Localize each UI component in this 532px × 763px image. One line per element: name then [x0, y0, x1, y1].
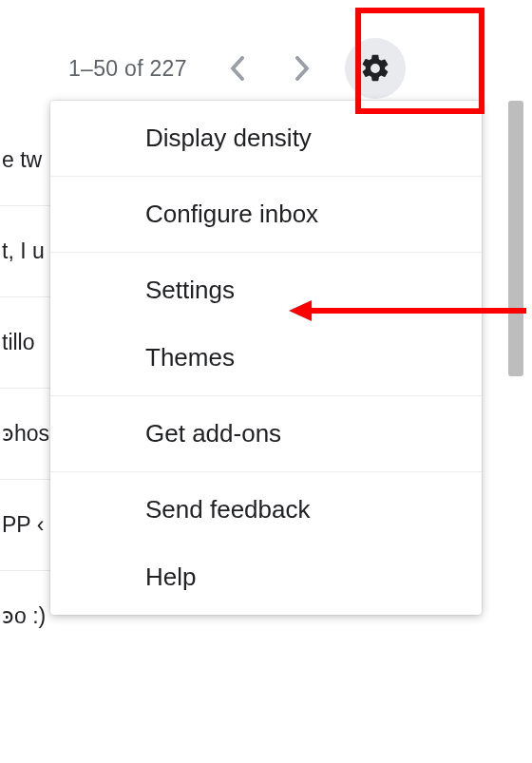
mail-row[interactable]: ͽo :): [0, 570, 57, 661]
menu-item-configure-inbox[interactable]: Configure inbox: [50, 176, 482, 252]
menu-item-help[interactable]: Help: [50, 544, 482, 615]
chevron-right-icon: [294, 56, 310, 81]
menu-item-send-feedback[interactable]: Send feedback: [50, 471, 482, 544]
mail-row[interactable]: t, I u: [0, 205, 57, 296]
mail-row[interactable]: tillo: [0, 296, 57, 388]
pagination-label: 1–50 of 227: [68, 56, 187, 82]
mail-row[interactable]: e tw: [0, 114, 57, 205]
mail-list: e tw t, I u tillo ͽhos PP ‹ ͽo :): [0, 114, 57, 661]
chevron-left-icon: [230, 56, 245, 81]
menu-item-get-addons[interactable]: Get add-ons: [50, 395, 482, 471]
prev-page-button[interactable]: [214, 45, 261, 92]
mail-row[interactable]: PP ‹: [0, 479, 57, 570]
toolbar: 1–50 of 227: [0, 40, 532, 97]
settings-gear-button[interactable]: [345, 38, 406, 99]
scrollbar-thumb[interactable]: [508, 101, 523, 376]
menu-item-settings[interactable]: Settings: [50, 252, 482, 324]
gear-icon: [359, 52, 391, 85]
mail-row[interactable]: ͽhos: [0, 388, 57, 479]
next-page-button[interactable]: [278, 45, 326, 92]
menu-item-themes[interactable]: Themes: [50, 324, 482, 395]
settings-dropdown: Display density Configure inbox Settings…: [50, 101, 482, 615]
menu-item-display-density[interactable]: Display density: [50, 101, 482, 176]
